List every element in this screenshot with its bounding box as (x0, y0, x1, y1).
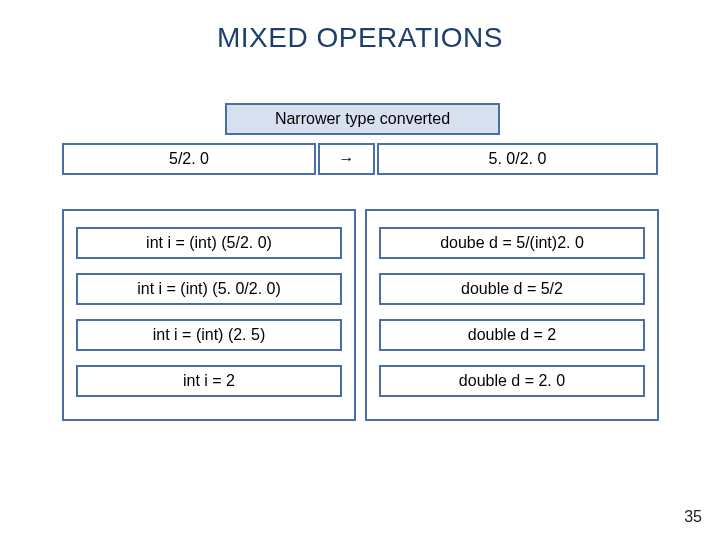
left-col-row: int i = (int) (5/2. 0) (76, 227, 342, 259)
left-col-row: int i = (int) (5. 0/2. 0) (76, 273, 342, 305)
right-col-row: doube d = 5/(int)2. 0 (379, 227, 645, 259)
right-column: doube d = 5/(int)2. 0 double d = 5/2 dou… (365, 209, 659, 421)
arrow-icon: → (318, 143, 375, 175)
slide-title: MIXED OPERATIONS (0, 22, 720, 54)
left-col-row: int i = (int) (2. 5) (76, 319, 342, 351)
conversion-result-box: 5. 0/2. 0 (377, 143, 658, 175)
right-col-row: double d = 2 (379, 319, 645, 351)
narrower-type-box: Narrower type converted (225, 103, 500, 135)
right-col-row: double d = 2. 0 (379, 365, 645, 397)
slide: MIXED OPERATIONS Narrower type converted… (0, 0, 720, 540)
conversion-source-box: 5/2. 0 (62, 143, 316, 175)
page-number: 35 (684, 508, 702, 526)
left-col-row: int i = 2 (76, 365, 342, 397)
left-column: int i = (int) (5/2. 0) int i = (int) (5.… (62, 209, 356, 421)
right-col-row: double d = 5/2 (379, 273, 645, 305)
